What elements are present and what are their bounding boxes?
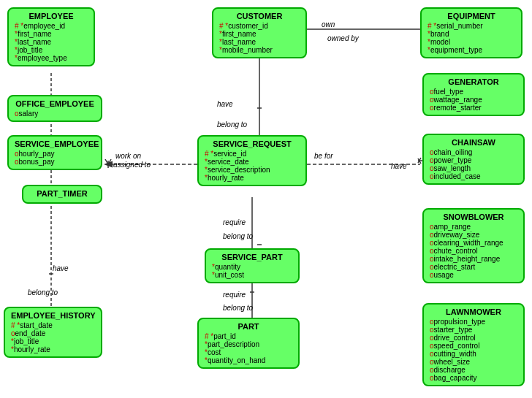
attr-row: obag_capacity (430, 374, 517, 382)
attr-row: *last_name (219, 38, 300, 46)
label-assigned-to: assigned to (113, 161, 151, 169)
attr-row: *cost (205, 348, 292, 356)
attr-row: oincluded_case (430, 172, 517, 180)
attr-row: *part_description (205, 340, 292, 348)
entity-title-equipment: EQUIPMENT (428, 12, 515, 20)
svg-line-16 (418, 158, 421, 164)
entity-employee: EMPLOYEE# *employee_id*first_name*last_n… (7, 7, 95, 66)
attr-row: ostarter_type (430, 326, 517, 334)
attr-row: osalary (15, 110, 95, 118)
attr-row: owattage_range (430, 96, 517, 104)
attr-row: ocutting_width (430, 350, 517, 358)
entity-service_part: SERVICE_PART*quantity*unit_cost (205, 248, 300, 283)
attr-row: oelectric_start (430, 263, 517, 271)
label-belong-to3: belong to (223, 304, 253, 312)
svg-line-17 (418, 158, 421, 163)
attr-row: *employee_type (15, 54, 88, 62)
entity-office_employee: OFFICE_EMPLOYEEosalary (7, 95, 102, 122)
entity-title-service_request: SERVICE_REQUEST (205, 139, 300, 148)
attr-row: *first_name (15, 30, 88, 38)
attr-row: *equipment_type (428, 46, 515, 54)
attr-row: ospeed_control (430, 342, 517, 350)
svg-line-8 (108, 159, 111, 164)
label-be-for: be for (314, 152, 333, 160)
attr-row: *mobile_number (219, 46, 300, 54)
entity-title-office_employee: OFFICE_EMPLOYEE (15, 99, 95, 108)
attr-row: odriveway_size (430, 231, 517, 239)
entity-title-employee_history: EMPLOYEE_HISTORY (11, 311, 95, 320)
attr-row: osaw_length (430, 164, 517, 172)
label-work-on: work on (115, 152, 141, 160)
label-owned-by: owned by (327, 34, 359, 42)
entity-title-customer: CUSTOMER (219, 12, 300, 20)
attr-row: *last_name (15, 38, 88, 46)
entity-lawnmower: LAWNMOWERopropulsion_typeostarter_typeod… (422, 303, 525, 386)
attr-row: oamp_range (430, 223, 517, 231)
entity-generator: GENERATORofuel_typeowattage_rangeoremote… (422, 73, 525, 116)
attr-row: ousage (430, 271, 517, 279)
attr-row: *service_date (205, 158, 300, 166)
attr-row: ohourly_pay (15, 150, 95, 158)
attr-row: # *serial_number (428, 22, 515, 30)
attr-row: owheel_size (430, 358, 517, 366)
label-belong-to4: belong to (28, 288, 58, 296)
entity-part: PART# *part_id*part_description*cost*qua… (197, 318, 300, 369)
attr-row: ochute_control (430, 247, 517, 255)
attr-row: opropulsion_type (430, 318, 517, 326)
attr-row: oremote_starter (430, 104, 517, 112)
label-belong-to2: belong to (223, 232, 253, 240)
entity-service_request: SERVICE_REQUEST# *service_id*service_dat… (197, 135, 307, 186)
attr-row: # *part_id (205, 332, 292, 340)
entity-title-lawnmower: LAWNMOWER (430, 307, 517, 316)
attr-row: opower_type (430, 156, 517, 164)
entity-equipment: EQUIPMENT# *serial_number*brand*model*eq… (420, 7, 522, 58)
attr-row: oclearing_width_range (430, 239, 517, 247)
attr-row: *service_description (205, 166, 300, 174)
attr-row: *job_title (11, 337, 95, 345)
entity-chainsaw: CHAINSAWochain_oilingopower_typeosaw_len… (422, 134, 525, 185)
label-belong-to1: belong to (217, 120, 247, 129)
attr-row: *quantity (212, 263, 292, 271)
attr-row: *first_name (219, 30, 300, 38)
attr-row: # *employee_id (15, 22, 88, 30)
entity-title-chainsaw: CHAINSAW (430, 138, 517, 147)
erd-diagram: EMPLOYEE# *employee_id*first_name*last_n… (0, 0, 532, 398)
attr-row: # *service_id (205, 150, 300, 158)
entity-title-employee: EMPLOYEE (15, 12, 88, 20)
attr-row: *hourly_rate (11, 345, 95, 353)
entity-title-snowblower: SNOWBLOWER (430, 213, 517, 221)
entity-customer: CUSTOMER# *customer_id*first_name*last_n… (212, 7, 307, 58)
attr-row: odischarge (430, 366, 517, 374)
label-own: own (322, 20, 335, 28)
entity-service_employee: SERVICE_EMPLOYEEohourly_payobonus_pay (7, 135, 102, 170)
entity-snowblower: SNOWBLOWERoamp_rangeodriveway_sizeoclear… (422, 208, 525, 283)
attr-row: odrive_control (430, 334, 517, 342)
attr-row: *hourly_rate (205, 174, 300, 182)
label-have1: have (217, 100, 233, 108)
attr-row: ointake_height_range (430, 255, 517, 263)
entity-title-service_employee: SERVICE_EMPLOYEE (15, 139, 95, 148)
attr-row: ochain_oiling (430, 148, 517, 156)
entity-title-generator: GENERATOR (430, 77, 517, 86)
entity-employee_history: EMPLOYEE_HISTORY# *start_dateoend_date*j… (4, 307, 102, 358)
entity-title-part: PART (205, 322, 292, 331)
attr-row: *brand (428, 30, 515, 38)
label-require1: require (223, 218, 246, 226)
svg-line-9 (105, 159, 108, 164)
entity-part_timer: PART_TIMER (22, 185, 102, 204)
label-have3: have (53, 264, 69, 272)
entity-title-part_timer: PART_TIMER (29, 189, 95, 198)
attr-row: # *customer_id (219, 22, 300, 30)
attr-row: ofuel_type (430, 88, 517, 96)
label-have2: have (391, 162, 407, 170)
attr-row: *job_title (15, 46, 88, 54)
attr-row: oend_date (11, 329, 95, 337)
attr-row: obonus_pay (15, 158, 95, 166)
attr-row: *quantity_on_hand (205, 356, 292, 364)
attr-row: # *start_date (11, 321, 95, 329)
label-require2: require (223, 291, 246, 299)
attr-row: *unit_cost (212, 271, 292, 279)
attr-row: *model (428, 38, 515, 46)
entity-title-service_part: SERVICE_PART (212, 253, 292, 261)
